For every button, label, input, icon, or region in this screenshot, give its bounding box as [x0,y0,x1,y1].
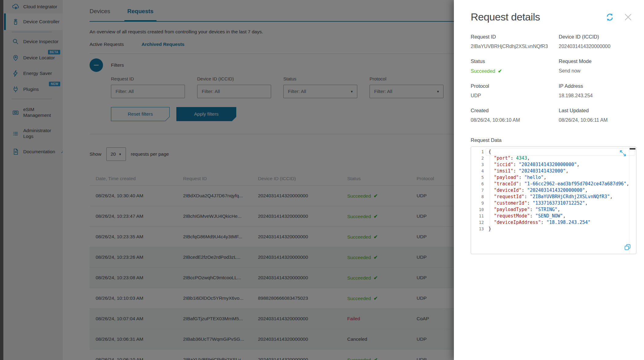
line-number: 1 [471,149,488,155]
detail-value-text: 08/26/24, 10:06:11 AM [559,117,608,123]
line-content: "port": 4343, [488,155,530,161]
code-line: 4 "imsi1": "202403141432000", [471,168,629,174]
line-content: "customerId": "13371637310712252", [488,200,588,206]
line-number: 7 [471,187,488,194]
line-content: "imsi1": "202403141432000", [488,168,569,174]
detail-value-text: UDP [471,93,481,98]
detail-grid: Request ID2IBaYUVBRHjCRdhj2XSLvnNQfR3Dev… [471,34,636,132]
line-content: "deviceId": "2024031414320000000", [488,187,588,194]
line-content: "payload": "hello", [488,174,546,181]
detail-value-text: 2IBaYUVBRHjCRdhj2XSLvnNQfR3 [471,44,548,49]
request-details-panel: Request details Request ID2IBaY [454,0,644,360]
line-content: { [488,149,491,155]
detail-field-device-id-iccid: Device ID (ICCID)2024031414320000000 [559,34,636,49]
detail-field-protocol: ProtocolUDP [471,83,559,98]
detail-field-status: StatusSucceeded✔ [471,58,559,74]
detail-value-text: 2024031414320000000 [559,44,610,49]
line-number: 13 [471,226,488,232]
minimap-slider[interactable] [630,148,635,150]
detail-label: Device ID (ICCID) [559,34,636,40]
detail-value-text: 18.198.243.254 [559,93,593,98]
refresh-icon[interactable] [605,13,614,22]
code-lines: 1{2 "port": 4343,3 "iccid": "20240314143… [471,149,629,232]
detail-field-request-id: Request ID2IBaYUVBRHjCRdhj2XSLvnNQfR3 [471,34,559,49]
panel-header: Request details [471,11,636,23]
detail-label: Request Mode [559,58,636,64]
detail-value: 2IBaYUVBRHjCRdhj2XSLvnNQfR3 [471,44,559,49]
modal-overlay[interactable] [0,0,454,360]
expand-icon[interactable] [619,149,627,157]
detail-label: Status [471,58,559,64]
line-content: "requestId": "2IBaYUVBRHjCRdhj2XSLvnNQfR… [488,194,613,200]
line-content: "traceId": "1-66cc2962-ead3bf95d7042ce47… [488,181,629,187]
line-content: } [488,226,491,232]
detail-value: 08/26/24, 10:06:10 AM [471,117,559,123]
code-line: 12 "deviceIpAddress": "18.198.243.254" [471,219,629,226]
line-number: 12 [471,219,488,226]
code-line: 8 "requestId": "2IBaYUVBRHjCRdhj2XSLvnNQ… [471,194,629,200]
detail-value-text: Succeeded [471,69,495,74]
line-content: "requestMode": "SEND_NOW", [488,213,566,219]
code-line: 6 "traceId": "1-66cc2962-ead3bf95d7042ce… [471,181,629,187]
close-icon[interactable] [624,13,633,22]
line-number: 3 [471,161,488,168]
detail-value-text: Send now [559,68,580,73]
detail-field-ip-address: IP Address18.198.243.254 [559,83,636,98]
detail-value: 18.198.243.254 [559,93,636,98]
copy-icon[interactable] [624,243,631,251]
line-number: 8 [471,194,488,200]
line-number: 6 [471,181,488,187]
detail-field-request-mode: Request ModeSend now [559,58,636,74]
line-number: 11 [471,213,488,219]
request-data-label: Request Data [471,137,636,143]
code-line: 11 "requestMode": "SEND_NOW", [471,213,629,219]
detail-value: UDP [471,93,559,98]
code-line: 1{ [471,149,629,155]
line-content: "payloadType": "STRING", [488,206,560,213]
detail-label: Protocol [471,83,559,89]
line-number: 2 [471,155,488,161]
detail-label: Request ID [471,34,559,40]
line-number: 5 [471,174,488,181]
line-number: 10 [471,206,488,213]
code-line: 3 "iccid": "2024031414320000000", [471,161,629,168]
detail-value-text: 08/26/24, 10:06:10 AM [471,117,520,123]
code-line: 9 "customerId": "13371637310712252", [471,200,629,206]
detail-field-last-updated: Last Updated08/26/24, 10:06:11 AM [559,108,636,123]
request-data-editor[interactable]: 1{2 "port": 4343,3 "iccid": "20240314143… [471,147,636,254]
line-number: 9 [471,200,488,206]
detail-value: 2024031414320000000 [559,44,636,49]
panel-actions [605,13,633,22]
detail-label: IP Address [559,83,636,89]
panel-title: Request details [471,11,605,23]
code-line: 7 "deviceId": "2024031414320000000", [471,187,629,194]
detail-field-created: Created08/26/24, 10:06:10 AM [471,108,559,123]
detail-value: Send now [559,68,636,74]
check-icon: ✔ [498,69,502,74]
detail-label: Created [471,108,559,113]
code-line: 5 "payload": "hello", [471,174,629,181]
code-line: 2 "port": 4343, [471,155,629,161]
code-line: 13} [471,226,629,232]
code-line: 10 "payloadType": "STRING", [471,206,629,213]
detail-value: Succeeded✔ [471,68,559,74]
detail-label: Last Updated [559,108,636,113]
line-content: "deviceIpAddress": "18.198.243.254" [488,219,591,226]
app-root: Cloud IntegratorDevice ControllerDevice … [0,0,644,360]
line-number: 4 [471,168,488,174]
detail-value: 08/26/24, 10:06:11 AM [559,117,636,123]
line-content: "iccid": "2024031414320000000", [488,161,580,168]
